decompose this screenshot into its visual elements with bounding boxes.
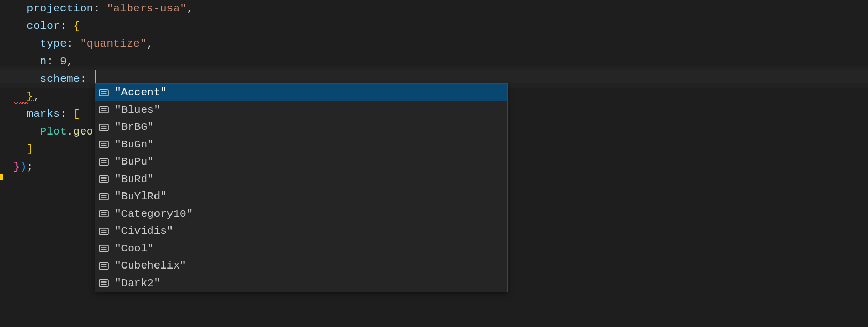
autocomplete-item-label: "Accent" [115, 86, 167, 98]
enum-member-icon [98, 87, 110, 98]
code-token: geo [73, 126, 94, 138]
close-bracket: ] [27, 143, 34, 155]
code-line[interactable]: color: { [0, 18, 868, 35]
code-token: type [40, 38, 67, 50]
enum-member-icon [98, 243, 110, 254]
svg-rect-33 [99, 280, 109, 286]
autocomplete-item-label: "BuYlRd" [115, 190, 167, 202]
svg-rect-9 [99, 141, 109, 147]
autocomplete-item-label: "BuPu" [115, 156, 154, 168]
enum-member-icon [98, 156, 110, 168]
autocomplete-item[interactable]: "Dark2" [95, 275, 507, 292]
autocomplete-item-label: "BrBG" [115, 121, 154, 133]
autocomplete-item-label: "Blues" [115, 104, 160, 116]
close-brace: } [27, 91, 34, 102]
autocomplete-item[interactable]: "Accent" [95, 84, 507, 101]
autocomplete-item-label: "Cubehelix" [115, 260, 187, 272]
open-bracket: [ [73, 108, 80, 120]
svg-rect-21 [99, 211, 109, 217]
autocomplete-item-label: "Cividis" [115, 225, 173, 237]
code-token: scheme [40, 73, 80, 85]
enum-member-icon [98, 277, 110, 289]
enum-member-icon [98, 260, 110, 272]
error-squiggle [14, 102, 28, 104]
autocomplete-item[interactable]: "Blues" [95, 101, 507, 119]
enum-member-icon [98, 191, 110, 202]
svg-rect-0 [99, 90, 109, 96]
autocomplete-item[interactable]: "BrBG" [95, 118, 507, 136]
close-paren: ) [20, 161, 27, 173]
svg-rect-27 [99, 245, 109, 251]
code-line[interactable]: n: 9, [0, 53, 868, 70]
autocomplete-item-label: "Category10" [115, 208, 193, 220]
autocomplete-item-label: "BuGn" [115, 139, 154, 151]
code-token: Plot [40, 126, 67, 138]
autocomplete-item[interactable]: "BuPu" [95, 153, 507, 171]
code-token: "quantize" [80, 38, 147, 50]
code-line[interactable]: type: "quantize", [0, 35, 868, 53]
autocomplete-item[interactable]: "Category10" [95, 205, 507, 223]
svg-rect-15 [99, 176, 109, 182]
autocomplete-item-label: "Dark2" [115, 277, 160, 289]
code-token: marks [27, 108, 60, 120]
svg-rect-24 [99, 228, 109, 234]
svg-rect-6 [99, 124, 109, 130]
autocomplete-item[interactable]: "Cool" [95, 240, 507, 258]
svg-rect-12 [99, 159, 109, 165]
code-token: 9 [60, 55, 67, 67]
svg-rect-18 [99, 194, 109, 200]
autocomplete-popup[interactable]: "Accent""Blues""BrBG""BuGn""BuPu""BuRd""… [95, 83, 508, 292]
code-token: n [40, 55, 47, 67]
autocomplete-item-label: "BuRd" [115, 173, 154, 185]
enum-member-icon [98, 226, 110, 237]
text-cursor [95, 70, 96, 85]
enum-member-icon [98, 173, 110, 185]
enum-member-icon [98, 104, 110, 115]
gutter-warning-icon[interactable] [0, 174, 3, 180]
code-token: color [27, 20, 60, 32]
code-token: projection [27, 3, 94, 14]
autocomplete-item[interactable]: "BuGn" [95, 136, 507, 154]
code-line[interactable]: projection: "albers-usa", [0, 0, 868, 18]
enum-member-icon [98, 139, 110, 150]
close-brace: } [13, 161, 20, 173]
enum-member-icon [98, 122, 110, 133]
autocomplete-item[interactable]: "BuYlRd" [95, 188, 507, 205]
open-brace: { [73, 20, 80, 32]
autocomplete-item[interactable]: "Cubehelix" [95, 257, 507, 275]
code-token: "albers-usa" [106, 3, 187, 14]
enum-member-icon [98, 208, 110, 219]
svg-rect-3 [99, 107, 109, 113]
svg-rect-30 [99, 263, 109, 269]
autocomplete-item[interactable]: "Cividis" [95, 222, 507, 240]
autocomplete-item[interactable]: "BuRd" [95, 171, 507, 188]
autocomplete-item-label: "Cool" [115, 243, 154, 255]
